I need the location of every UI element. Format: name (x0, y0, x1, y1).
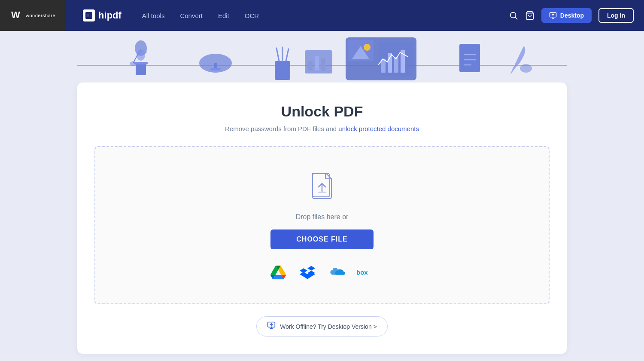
cloud-services: box (269, 263, 375, 282)
svg-text:box: box (356, 269, 368, 276)
subtitle-link[interactable]: unlock protected documents (338, 125, 419, 132)
illustration-svg (0, 31, 644, 83)
svg-point-3 (510, 12, 516, 18)
upload-file-icon (309, 173, 335, 203)
svg-rect-44 (318, 192, 326, 193)
nav-all-tools[interactable]: All tools (142, 12, 165, 19)
offline-icon (267, 321, 276, 332)
svg-line-21 (276, 48, 279, 61)
nav-right: Desktop Log In (509, 8, 634, 23)
svg-rect-37 (459, 44, 480, 72)
nav-edit[interactable]: Edit (218, 12, 229, 19)
search-button[interactable] (509, 11, 518, 20)
wondershare-logo: W wondershare (0, 0, 66, 31)
svg-text:W: W (11, 9, 20, 20)
illustration-bar (0, 31, 644, 83)
upload-icon-wrap (309, 173, 335, 205)
dropbox-button[interactable] (298, 263, 317, 282)
choose-file-button[interactable]: CHOOSE FILE (270, 229, 374, 249)
desktop-button[interactable]: Desktop (541, 8, 592, 23)
wondershare-w-icon: W (10, 9, 21, 22)
svg-rect-18 (214, 63, 217, 69)
box-button[interactable]: box (356, 263, 375, 282)
svg-rect-25 (308, 61, 313, 70)
login-button[interactable]: Log In (598, 8, 634, 23)
svg-rect-13 (136, 63, 146, 75)
drop-text: Drop files here or (296, 213, 349, 221)
nav-links: All tools Convert Edit OCR (142, 12, 259, 19)
svg-point-31 (364, 44, 371, 51)
subtitle-plain: Remove passwords from PDF files and (225, 125, 338, 132)
page-title: Unlock PDF (281, 103, 363, 120)
drop-zone[interactable]: Drop files here or CHOOSE FILE (94, 146, 550, 304)
nav-convert[interactable]: Convert (180, 12, 203, 19)
offline-banner-button[interactable]: Work Offline? Try Desktop Version > (256, 316, 388, 337)
svg-line-4 (515, 17, 517, 19)
svg-rect-20 (275, 61, 290, 80)
offline-text: Work Offline? Try Desktop Version > (280, 323, 377, 330)
google-drive-button[interactable] (269, 263, 288, 282)
svg-rect-35 (394, 57, 398, 73)
svg-point-41 (520, 64, 532, 73)
cart-button[interactable] (525, 11, 535, 20)
svg-rect-19 (210, 68, 221, 70)
hipdf-name: hipdf (98, 10, 122, 21)
desktop-btn-label: Desktop (560, 12, 584, 19)
upload-card: Unlock PDF Remove passwords from PDF fil… (77, 83, 567, 354)
svg-rect-27 (321, 58, 325, 70)
svg-rect-34 (388, 53, 392, 73)
page-subtitle: Remove passwords from PDF files and unlo… (225, 125, 419, 132)
svg-text:≡: ≡ (86, 13, 89, 19)
hipdf-logo: ≡ hipdf (83, 9, 122, 21)
svg-point-16 (141, 49, 147, 55)
svg-rect-14 (134, 62, 148, 64)
main-area: Unlock PDF Remove passwords from PDF fil… (0, 83, 644, 361)
nav-ocr[interactable]: OCR (245, 12, 259, 19)
svg-line-23 (286, 49, 289, 61)
onedrive-button[interactable] (327, 263, 346, 282)
hipdf-icon: ≡ (83, 9, 95, 21)
svg-rect-42 (313, 174, 330, 197)
wondershare-label: wondershare (26, 13, 55, 18)
navbar: W wondershare ≡ hipdf All tools Convert … (0, 0, 644, 31)
svg-rect-26 (315, 56, 319, 70)
